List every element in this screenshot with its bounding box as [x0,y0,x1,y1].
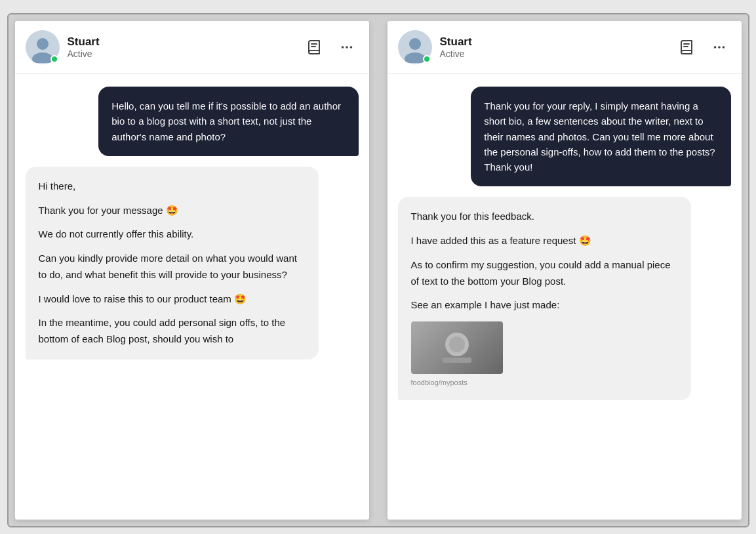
image-plate [411,321,503,374]
chat-panel-right: Stuart Active [388,21,742,520]
image-preview [411,321,503,374]
svg-point-13 [713,46,716,49]
svg-point-5 [341,46,344,49]
image-caption: foodblog/myposts [411,377,678,388]
header-info-right: Stuart Active [440,35,675,59]
more-icon-btn-left[interactable] [335,35,359,59]
avatar-wrapper-right [398,30,432,64]
book-icon-btn-right[interactable] [675,35,698,59]
svg-point-14 [718,46,721,49]
svg-point-15 [722,46,725,49]
message-incoming-right-1: Thank you for this feedback. I have adde… [398,197,691,400]
header-actions-right [675,35,731,59]
svg-point-7 [349,46,352,49]
more-icon-btn-right[interactable] [707,35,731,59]
book-icon-btn-left[interactable] [302,35,326,59]
status-dot-left [50,55,58,63]
chat-body-left: Hello, can you tell me if it's possible … [15,73,369,520]
svg-rect-18 [443,358,471,363]
outer-wrapper: Stuart Active [7,13,749,527]
chat-header-right: Stuart Active [388,21,742,73]
svg-point-17 [449,337,465,352]
chat-panel-left: Stuart Active [15,21,369,520]
status-dot-right [423,55,431,63]
header-status-right: Active [440,49,675,59]
header-name-left: Stuart [68,35,302,49]
chat-header-left: Stuart Active [15,21,369,73]
svg-point-9 [409,38,421,50]
header-status-left: Active [68,49,302,59]
avatar-wrapper-left [26,30,60,64]
header-name-right: Stuart [440,35,675,49]
message-outgoing-right-1: Thank you for your reply, I simply meant… [471,87,730,186]
chat-body-right: Thank you for your reply, I simply meant… [388,73,742,520]
message-outgoing-left-1: Hello, can you tell me if it's possible … [98,87,358,156]
header-info-left: Stuart Active [68,35,302,59]
header-actions-left [302,35,359,59]
svg-point-1 [37,38,49,50]
message-incoming-left-1: Hi there, Thank you for your message 🤩 W… [26,167,319,359]
svg-point-6 [346,46,348,49]
panel-divider [377,21,380,520]
